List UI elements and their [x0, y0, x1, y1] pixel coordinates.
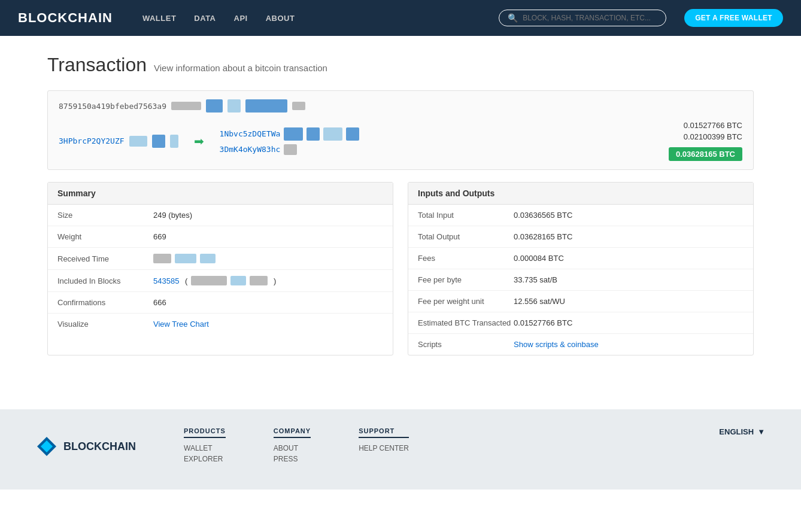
value-total-output: 0.03628165 BTC: [514, 232, 572, 241]
arrow-icon: ➡: [194, 134, 204, 148]
footer-language-selector[interactable]: ENGLISH ▼: [719, 427, 765, 466]
nav-about[interactable]: ABOUT: [266, 14, 295, 23]
footer-link-about[interactable]: ABOUT: [274, 444, 311, 452]
summary-row-confirmations: Confirmations 666: [48, 292, 393, 314]
io-row-fee-per-byte: Fee per byte 33.735 sat/B: [408, 269, 753, 291]
total-badge: 0.03628165 BTC: [669, 147, 742, 161]
io-header: Inputs and Outputs: [408, 183, 753, 205]
footer-language-label: ENGLISH: [719, 427, 754, 436]
input-redacted-2: [152, 135, 165, 148]
io-row-total-input: Total Input 0.03636565 BTC: [408, 205, 753, 226]
tx-amounts-col: 0.01527766 BTC 0.02100399 BTC 0.03628165…: [669, 121, 742, 161]
summary-header: Summary: [48, 183, 393, 205]
page-title: Transaction: [47, 54, 147, 76]
tx-input-side: 3HPbrcP2QY2UZF: [59, 135, 178, 148]
hash-redacted-2: [206, 99, 223, 113]
label-total-input: Total Input: [418, 211, 514, 220]
footer-brand-name: BLOCKCHAIN: [63, 440, 136, 453]
block-redact-1: [191, 276, 227, 285]
out-redacted-1: [284, 127, 303, 141]
footer-link-help[interactable]: HELP CENTER: [359, 444, 409, 452]
summary-row-received: Received Time: [48, 248, 393, 270]
hash-redacted-4: [245, 99, 287, 113]
out2-redacted-1: [284, 144, 297, 155]
tx-hash-text: 8759150a419bfebed7563a9: [59, 102, 166, 111]
label-fees: Fees: [418, 254, 514, 263]
tx-io-row: 3HPbrcP2QY2UZF ➡ 1Nbvc5zDQETWa 3DmK4oKyW…: [59, 121, 742, 161]
transaction-header-box: 8759150a419bfebed7563a9 3HPbrcP2QY2UZF ➡…: [47, 90, 754, 170]
tx-hash-row: 8759150a419bfebed7563a9: [59, 99, 742, 113]
footer-top: BLOCKCHAIN PRODUCTS WALLET EXPLORER COMP…: [36, 427, 765, 478]
label-blocks: Included In Blocks: [57, 276, 153, 285]
footer-col-support: SUPPORT HELP CENTER: [359, 427, 409, 466]
get-wallet-button[interactable]: GET A FREE WALLET: [684, 9, 783, 27]
value-blocks: 543585 ( ): [153, 276, 276, 285]
summary-table: Summary Size 249 (bytes) Weight 669 Rece…: [47, 182, 393, 355]
block-paren-open: (: [183, 276, 187, 285]
footer-col-company-heading: COMPANY: [274, 427, 311, 438]
page-title-row: Transaction View information about a bit…: [47, 54, 754, 76]
label-confirmations: Confirmations: [57, 298, 153, 307]
value-scripts: Show scripts & coinbase: [514, 340, 599, 349]
search-bar[interactable]: 🔍: [499, 10, 666, 26]
time-redact-1: [153, 254, 171, 263]
out-redacted-4: [346, 127, 359, 141]
nav-links: WALLET DATA API ABOUT: [142, 14, 481, 23]
amount-2: 0.02100399 BTC: [669, 132, 742, 141]
output-addr-1[interactable]: 1Nbvc5zDQETWa: [220, 127, 360, 141]
show-scripts-link[interactable]: Show scripts & coinbase: [514, 340, 599, 349]
label-weight: Weight: [57, 232, 153, 241]
output-addr-2[interactable]: 3DmK4oKyW83hc: [220, 144, 360, 155]
summary-row-size: Size 249 (bytes): [48, 205, 393, 226]
nav-wallet[interactable]: WALLET: [142, 14, 176, 23]
label-fee-per-byte: Fee per byte: [418, 275, 514, 284]
label-fee-per-wu: Fee per weight unit: [418, 297, 514, 306]
input-address[interactable]: 3HPbrcP2QY2UZF: [59, 136, 125, 145]
block-redact-2: [230, 276, 246, 285]
search-icon: 🔍: [508, 13, 518, 23]
value-fee-per-wu: 12.556 sat/WU: [514, 297, 565, 306]
nav-api[interactable]: API: [234, 14, 248, 23]
time-redact-2: [175, 254, 196, 263]
out-redacted-3: [323, 127, 342, 141]
main-content: Transaction View information about a bit…: [23, 36, 778, 373]
footer-logo-icon: [36, 436, 57, 457]
inputs-outputs-table: Inputs and Outputs Total Input 0.0363656…: [408, 182, 754, 355]
value-received: [153, 254, 216, 263]
input-redacted-1: [129, 136, 147, 147]
block-paren-close: ): [271, 276, 276, 285]
value-size: 249 (bytes): [153, 211, 192, 220]
io-row-scripts: Scripts Show scripts & coinbase: [408, 334, 753, 355]
io-row-estimated: Estimated BTC Transacted 0.01527766 BTC: [408, 312, 753, 334]
label-estimated: Estimated BTC Transacted: [418, 318, 514, 327]
chevron-down-icon: ▼: [757, 427, 765, 436]
label-size: Size: [57, 211, 153, 220]
input-redacted-3: [170, 135, 178, 148]
block-redact-3: [250, 276, 268, 285]
navbar: BLOCKCHAIN WALLET DATA API ABOUT 🔍 GET A…: [0, 0, 801, 36]
search-input[interactable]: [523, 14, 657, 22]
summary-row-visualize: Visualize View Tree Chart: [48, 314, 393, 335]
summary-row-weight: Weight 669: [48, 226, 393, 248]
amount-1: 0.01527766 BTC: [669, 121, 742, 130]
tables-row: Summary Size 249 (bytes) Weight 669 Rece…: [47, 182, 754, 355]
brand-logo[interactable]: BLOCKCHAIN: [18, 10, 113, 26]
nav-data[interactable]: DATA: [194, 14, 216, 23]
hash-redacted-5: [292, 102, 305, 110]
block-link[interactable]: 543585: [153, 276, 179, 285]
footer-col-company: COMPANY ABOUT PRESS: [274, 427, 311, 466]
tx-output-side: 1Nbvc5zDQETWa 3DmK4oKyW83hc: [220, 127, 360, 155]
footer-link-wallet[interactable]: WALLET: [184, 444, 226, 452]
io-row-total-output: Total Output 0.03628165 BTC: [408, 226, 753, 248]
footer-col-support-heading: SUPPORT: [359, 427, 409, 438]
value-weight: 669: [153, 232, 166, 241]
page-subtitle: View information about a bitcoin transac…: [154, 63, 327, 73]
value-fee-per-byte: 33.735 sat/B: [514, 275, 557, 284]
footer-link-explorer[interactable]: EXPLORER: [184, 455, 226, 463]
footer-brand: BLOCKCHAIN: [36, 427, 136, 466]
view-tree-chart-link[interactable]: View Tree Chart: [153, 320, 209, 329]
label-total-output: Total Output: [418, 232, 514, 241]
footer-col-products-heading: PRODUCTS: [184, 427, 226, 438]
io-row-fees: Fees 0.000084 BTC: [408, 248, 753, 269]
footer-link-press[interactable]: PRESS: [274, 455, 311, 463]
